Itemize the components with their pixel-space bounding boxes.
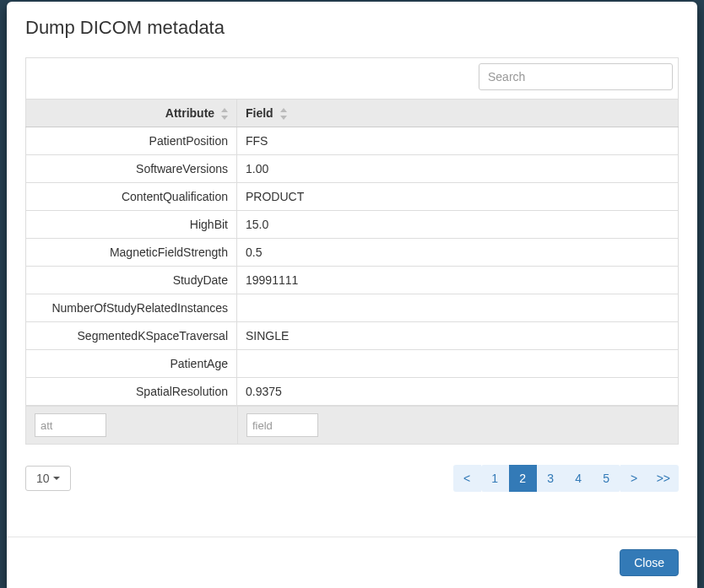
attribute-cell: SpatialResolution — [26, 378, 237, 406]
attribute-cell: NumberOfStudyRelatedInstances — [26, 294, 237, 322]
pagination-page-2[interactable]: 2 — [509, 465, 537, 492]
pagination-page-5[interactable]: 5 — [593, 465, 620, 492]
pagination-last[interactable]: >> — [648, 465, 679, 492]
modal-title: Dump DICOM metadata — [25, 17, 679, 39]
column-header-field[interactable]: Field — [237, 100, 679, 127]
table-row: SpatialResolution0.9375 — [26, 378, 679, 406]
field-cell: PRODUCT — [237, 183, 679, 211]
table-row: StudyDate19991111 — [26, 267, 679, 294]
modal-footer: Close — [7, 537, 697, 588]
pagination-page-1[interactable]: 1 — [481, 465, 509, 492]
metadata-table: Attribute Field PatientPositionFFSSoftwa… — [25, 99, 679, 406]
field-cell — [237, 350, 679, 378]
pagination-prev[interactable]: < — [453, 465, 481, 492]
table-header-row: Attribute Field — [26, 100, 679, 127]
search-input[interactable] — [479, 63, 673, 90]
field-cell: SINGLE — [237, 322, 679, 350]
chevron-down-icon — [53, 477, 60, 480]
field-filter-cell — [237, 407, 678, 444]
attribute-filter-cell — [26, 407, 237, 444]
page-size-dropdown[interactable]: 10 — [25, 466, 71, 491]
table-row: PatientAge — [26, 350, 679, 378]
attribute-cell: SegmentedKSpaceTraversal — [26, 322, 237, 350]
table-row: PatientPositionFFS — [26, 127, 679, 155]
column-header-label: Field — [246, 106, 273, 120]
table-row: HighBit15.0 — [26, 211, 679, 239]
column-header-attribute[interactable]: Attribute — [26, 100, 237, 127]
field-cell — [237, 294, 679, 322]
dicom-metadata-modal: Dump DICOM metadata Attribute Field Pa — [7, 2, 697, 588]
attribute-cell: HighBit — [26, 211, 237, 239]
table-row: ContentQualificationPRODUCT — [26, 183, 679, 211]
modal-header: Dump DICOM metadata — [7, 2, 697, 51]
page-size-label: 10 — [36, 472, 50, 485]
modal-body: Attribute Field PatientPositionFFSSoftwa… — [7, 51, 697, 537]
field-cell: 15.0 — [237, 211, 679, 239]
attribute-cell: PatientAge — [26, 350, 237, 378]
attribute-cell: StudyDate — [26, 267, 237, 294]
attribute-cell: ContentQualification — [26, 183, 237, 211]
attribute-cell: SoftwareVersions — [26, 155, 237, 183]
filter-row — [25, 406, 679, 445]
table-row: NumberOfStudyRelatedInstances — [26, 294, 679, 322]
sort-icon — [221, 109, 228, 119]
sort-icon — [280, 109, 287, 119]
table-row: MagneticFieldStrength0.5 — [26, 239, 679, 267]
table-toolbar — [25, 57, 679, 99]
field-cell: 0.9375 — [237, 378, 679, 406]
pagination-page-3[interactable]: 3 — [537, 465, 565, 492]
table-bottom-controls: 10 < 12345 > >> — [25, 465, 679, 492]
attribute-cell: MagneticFieldStrength — [26, 239, 237, 267]
attribute-filter-input[interactable] — [35, 413, 106, 437]
pagination-next[interactable]: > — [620, 465, 648, 492]
pagination: < 12345 > >> — [453, 465, 679, 492]
table-row: SoftwareVersions1.00 — [26, 155, 679, 183]
field-cell: 19991111 — [237, 267, 679, 294]
field-cell: FFS — [237, 127, 679, 155]
field-cell: 0.5 — [237, 239, 679, 267]
attribute-cell: PatientPosition — [26, 127, 237, 155]
column-header-label: Attribute — [165, 106, 214, 120]
table-row: SegmentedKSpaceTraversalSINGLE — [26, 322, 679, 350]
pagination-page-4[interactable]: 4 — [565, 465, 593, 492]
field-cell: 1.00 — [237, 155, 679, 183]
field-filter-input[interactable] — [246, 413, 318, 437]
close-button[interactable]: Close — [620, 549, 679, 576]
